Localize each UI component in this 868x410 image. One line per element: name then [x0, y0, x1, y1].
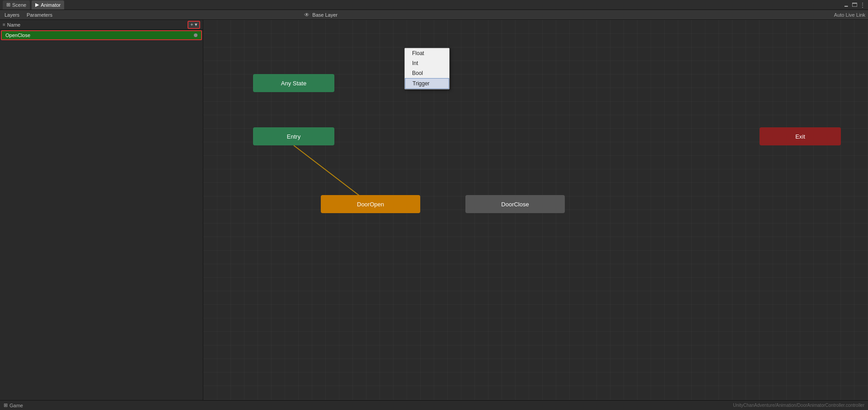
- animator-canvas[interactable]: Any State Entry Exit DoorOpen DoorClose …: [203, 20, 868, 400]
- animator-icon: ▶: [35, 2, 39, 8]
- window-min-icon[interactable]: 🗕: [844, 2, 849, 8]
- door-close-label: DoorClose: [501, 201, 529, 208]
- params-name-column: Name: [7, 22, 188, 28]
- param-list: OpenClose: [0, 30, 203, 400]
- add-param-label: + ▾: [190, 22, 197, 28]
- game-grid-icon: ⊞: [4, 402, 8, 408]
- node-door-open[interactable]: DoorOpen: [321, 195, 420, 213]
- dropdown-item-int[interactable]: Int: [405, 58, 449, 68]
- tab-animator[interactable]: ▶ Animator: [32, 0, 64, 9]
- exit-label: Exit: [795, 133, 805, 140]
- bottom-bar: ⊞ Game UnityChanAdventure/Animation/Door…: [0, 400, 868, 410]
- toolbar-row: Layers Parameters 👁 Base Layer Auto Live…: [0, 10, 868, 20]
- param-item-openclose[interactable]: OpenClose: [1, 30, 202, 40]
- dropdown-item-float[interactable]: Float: [405, 48, 449, 58]
- auto-live-link-btn[interactable]: Auto Live Link: [834, 12, 865, 18]
- game-tab[interactable]: ⊞ Game: [4, 402, 23, 408]
- params-header: ≡ Name + ▾: [0, 20, 203, 30]
- top-tab-bar: ⊞ Scene ▶ Animator 🗕 🗖 ⋮: [0, 0, 868, 10]
- left-panel: ≡ Name + ▾ OpenClose: [0, 20, 203, 400]
- entry-label: Entry: [287, 133, 300, 140]
- dropdown-item-trigger[interactable]: Trigger: [405, 78, 449, 89]
- tab-scene[interactable]: ⊞ Scene: [3, 0, 30, 9]
- main-layout: ≡ Name + ▾ OpenClose: [0, 20, 868, 400]
- params-icon: ≡: [3, 22, 5, 27]
- eye-icon: 👁: [304, 12, 310, 18]
- node-any-state[interactable]: Any State: [253, 74, 334, 92]
- window-menu-icon[interactable]: ⋮: [860, 2, 865, 8]
- game-tab-label: Game: [9, 403, 23, 408]
- layers-btn[interactable]: Layers: [3, 12, 21, 18]
- window-max-icon[interactable]: 🗖: [852, 2, 857, 8]
- dropdown-item-bool[interactable]: Bool: [405, 68, 449, 78]
- node-exit[interactable]: Exit: [760, 127, 841, 145]
- scene-grid-icon: ⊞: [6, 2, 10, 8]
- tab-scene-label: Scene: [12, 2, 26, 8]
- status-bar-path: UnityChanAdventure/Animation/DoorAnimato…: [733, 403, 864, 408]
- param-dot-openclose: [194, 33, 197, 37]
- any-state-label: Any State: [281, 80, 306, 87]
- door-open-label: DoorOpen: [357, 201, 384, 208]
- tab-animator-label: Animator: [41, 2, 61, 8]
- add-param-dropdown: Float Int Bool Trigger: [404, 48, 450, 89]
- node-entry[interactable]: Entry: [253, 127, 334, 145]
- parameters-btn[interactable]: Parameters: [25, 12, 54, 18]
- node-door-close[interactable]: DoorClose: [465, 195, 565, 213]
- param-name-openclose: OpenClose: [5, 33, 194, 38]
- add-param-button[interactable]: + ▾: [188, 21, 200, 29]
- base-layer-label: Base Layer: [312, 12, 338, 18]
